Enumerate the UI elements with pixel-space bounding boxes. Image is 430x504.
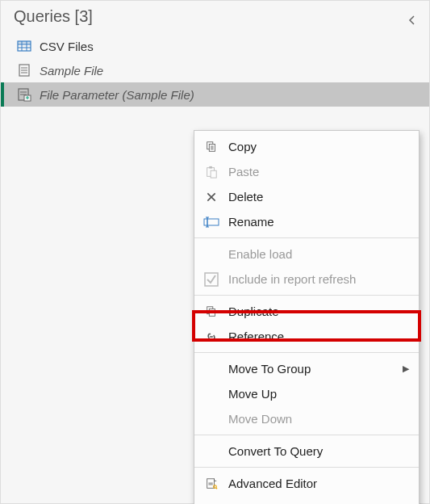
menu-manage[interactable]: Manage... [194,496,419,504]
svg-line-36 [216,487,217,488]
reference-icon [201,328,222,346]
menu-label: Enable load [228,247,409,261]
menu-move-up[interactable]: Move Up [194,381,419,406]
menu-reference[interactable]: Reference [194,324,419,349]
table-icon [17,39,31,53]
menu-label: Move To Group [228,362,396,376]
menu-convert-to-query[interactable]: Convert To Query [194,439,419,464]
queries-panel: Queries [3] CSV Files [0,0,430,504]
svg-rect-22 [204,219,219,225]
file-icon [17,63,31,78]
advanced-editor-icon [201,475,222,493]
menu-label: Include in report refresh [228,272,409,286]
menu-rename[interactable]: Rename [194,209,419,234]
menu-duplicate[interactable]: Duplicate [194,299,419,324]
menu-label: Reference [228,330,409,343]
menu-label: Move Up [228,387,409,401]
menu-label: Move Down [228,412,409,426]
blank-icon [201,385,222,403]
menu-enable-load: Enable load [194,242,419,267]
menu-label: Paste [228,165,409,178]
blank-icon [201,246,222,263]
menu-label: Convert To Query [228,444,409,458]
menu-copy[interactable]: Copy [194,134,419,159]
menu-include-refresh: Include in report refresh [194,267,419,292]
query-item-sample-file[interactable]: Sample File [1,58,429,82]
collapse-chevron-icon[interactable] [407,11,418,23]
svg-rect-26 [205,273,218,286]
blank-icon [201,410,222,428]
svg-rect-5 [18,41,31,44]
duplicate-icon [201,303,222,321]
menu-label: Advanced Editor [228,477,409,490]
parameter-icon [17,87,31,102]
menu-separator [194,237,419,238]
menu-move-down: Move Down [194,406,419,431]
blank-icon [201,500,222,505]
checkbox-checked-icon [201,271,222,288]
panel-title: Queries [3] [14,7,93,26]
menu-advanced-editor[interactable]: Advanced Editor [194,471,419,496]
svg-rect-20 [209,166,212,168]
query-item-label: CSV Files [40,40,94,53]
query-item-csv-files[interactable]: CSV Files [1,34,429,58]
menu-separator [194,352,419,353]
menu-delete[interactable]: Delete [194,184,419,209]
context-menu: Copy Paste Delete [194,130,420,504]
menu-separator [194,435,419,435]
blank-icon [201,360,222,378]
menu-label: Duplicate [228,304,409,318]
svg-rect-21 [211,170,216,178]
menu-separator [194,467,419,468]
menu-label: Copy [228,140,409,153]
blank-icon [201,443,222,460]
svg-point-35 [214,485,217,488]
menu-move-to-group[interactable]: Move To Group ▶ [194,356,419,381]
menu-paste: Paste [194,159,419,184]
submenu-arrow-icon: ▶ [403,363,409,374]
menu-label: Rename [228,215,409,229]
menu-separator [194,295,419,296]
rename-icon [201,213,222,231]
query-item-label: Sample File [40,64,103,78]
delete-icon [201,188,222,206]
queries-list: CSV Files Sample File [1,34,429,107]
copy-icon [201,138,222,156]
panel-header: Queries [3] [1,1,429,34]
query-item-label: File Parameter (Sample File) [40,88,194,102]
query-item-file-parameter[interactable]: File Parameter (Sample File) [1,82,429,107]
menu-label: Delete [228,190,409,204]
paste-icon [201,163,222,181]
